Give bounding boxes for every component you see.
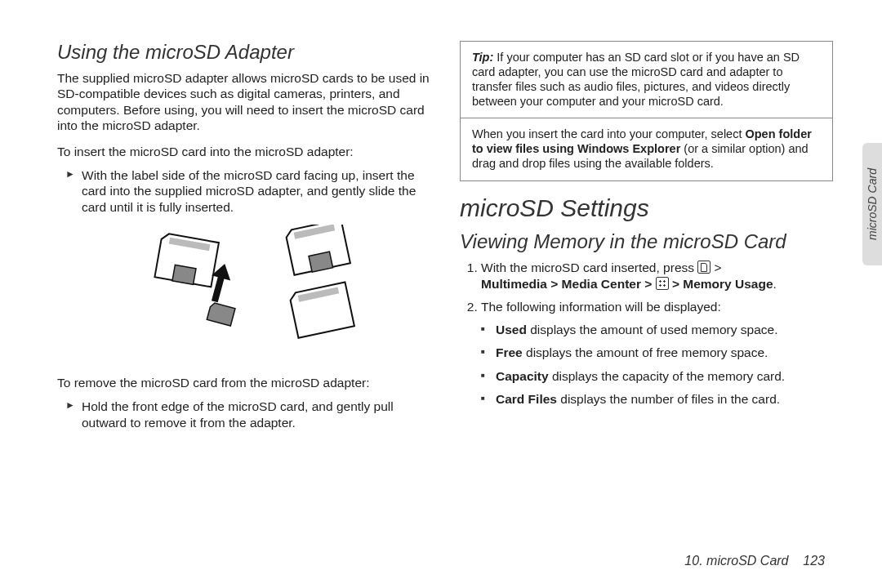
mem-cap-text: displays the capacity of the memory card… — [549, 369, 785, 383]
tip-label: Tip: — [472, 51, 493, 64]
svg-rect-4 — [309, 252, 333, 272]
step1-dot: . — [773, 277, 777, 291]
side-tab-label: microSD Card — [866, 168, 879, 240]
mem-free-label: Free — [496, 345, 523, 359]
mem-files-text: displays the number of files in the card… — [557, 392, 780, 406]
step-2: The following information will be displa… — [481, 299, 833, 315]
heading-microsd-settings: microSD Settings — [460, 194, 833, 222]
insert-lead-in: To insert the microSD card into the micr… — [57, 144, 430, 159]
insert-step: With the label side of the microSD card … — [82, 167, 430, 215]
side-tab: microSD Card — [862, 143, 882, 265]
mem-cap-label: Capacity — [496, 369, 549, 383]
step1-sep: > — [710, 261, 721, 274]
mem-used-text: displays the amount of used memory space… — [527, 323, 778, 336]
mem-free: Free displays the amount of free memory … — [496, 345, 833, 361]
adapter-diagram — [122, 225, 367, 363]
tip-box: Tip: If your computer has an SD card slo… — [460, 41, 833, 181]
mem-used-label: Used — [496, 323, 527, 336]
mem-card-files: Card Files displays the number of files … — [496, 391, 833, 408]
left-column: Using the microSD Adapter The supplied m… — [57, 41, 430, 440]
step1-path-2: > Memory Usage — [669, 277, 773, 291]
footer-chapter: 10. microSD Card — [684, 554, 788, 568]
footer-page-number: 123 — [803, 554, 825, 568]
mem-capacity: Capacity displays the capacity of the me… — [496, 368, 833, 385]
grid-icon — [656, 277, 669, 290]
mem-files-label: Card Files — [496, 392, 557, 406]
intro-paragraph: The supplied microSD adapter allows micr… — [57, 70, 430, 134]
page-footer: 10. microSD Card 123 — [684, 554, 825, 568]
tip-paragraph-2: When you insert the card into your compu… — [472, 127, 821, 171]
heading-using-adapter: Using the microSD Adapter — [57, 41, 430, 64]
tip2-lead: When you insert the card into your compu… — [472, 127, 745, 140]
step-1: With the microSD card inserted, press > … — [481, 260, 833, 292]
step1-text-a: With the microSD card inserted, press — [481, 261, 697, 274]
tip-body: If your computer has an SD card slot or … — [472, 51, 800, 108]
menu-icon — [697, 261, 710, 274]
tip-divider — [461, 118, 832, 118]
right-column: Tip: If your computer has an SD card slo… — [460, 41, 833, 440]
heading-viewing-memory: Viewing Memory in the microSD Card — [460, 230, 833, 253]
tip-paragraph-1: Tip: If your computer has an SD card slo… — [472, 50, 821, 109]
svg-rect-1 — [172, 265, 195, 284]
mem-used: Used displays the amount of used memory … — [496, 322, 833, 338]
remove-step: Hold the front edge of the microSD card,… — [82, 399, 430, 430]
remove-lead-in: To remove the microSD card from the micr… — [57, 375, 430, 390]
step1-path-1: Multimedia > Media Center > — [481, 277, 656, 291]
mem-free-text: displays the amount of free memory space… — [523, 345, 768, 359]
